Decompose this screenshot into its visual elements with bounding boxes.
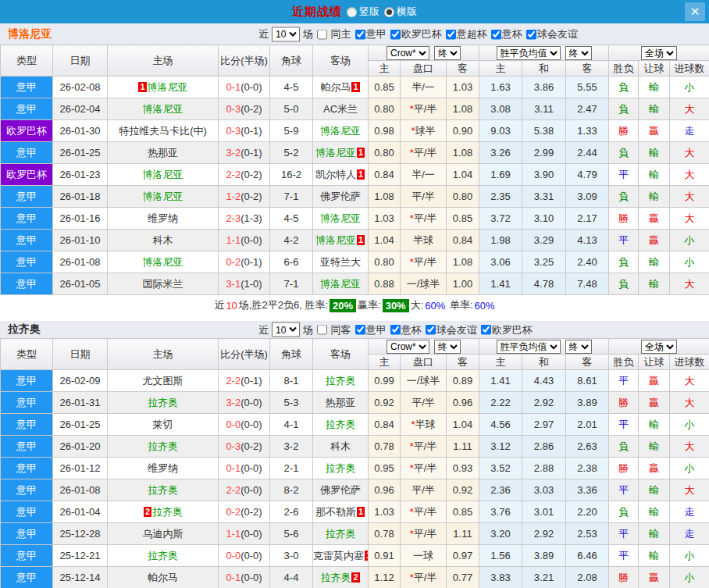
date-cell: 26-01-31 bbox=[53, 392, 108, 414]
team-name-text: 拉齐奥 bbox=[326, 462, 356, 474]
same-venue-label: 同客 bbox=[328, 323, 351, 337]
horizontal-layout-label[interactable]: 横版 bbox=[397, 5, 417, 19]
vertical-layout-radio[interactable] bbox=[347, 7, 357, 17]
competition-checkbox[interactable] bbox=[390, 325, 401, 335]
goals-cell: 大 bbox=[670, 273, 709, 295]
competition-option[interactable]: 意杯 bbox=[487, 27, 522, 41]
team-name-text: AC米兰 bbox=[323, 103, 358, 115]
avg-select[interactable]: 胜平负均值 bbox=[497, 340, 561, 354]
team-name-text: 科木 bbox=[153, 234, 173, 246]
competition-checkbox[interactable] bbox=[526, 29, 536, 39]
competition-checkbox[interactable] bbox=[491, 29, 501, 39]
result-cell: 負 bbox=[609, 251, 639, 273]
competition-option[interactable]: 欧罗巴杯 bbox=[387, 27, 442, 41]
avg-home-cell: 3.12 bbox=[479, 436, 522, 458]
same-venue-checkbox[interactable] bbox=[317, 325, 327, 335]
home-team-cell: 拉齐奥 bbox=[108, 392, 219, 414]
league-cell: 意甲 bbox=[1, 186, 53, 208]
corner-cell: 4-1 bbox=[270, 414, 313, 436]
team-name-text: 博洛尼亚 bbox=[143, 191, 183, 202]
odds-away-cell: 0.77 bbox=[447, 567, 479, 588]
avg-away-cell: 2.40 bbox=[566, 251, 609, 273]
match-count-select[interactable]: 10 bbox=[272, 27, 300, 41]
odds-final-select[interactable]: 终 bbox=[434, 340, 461, 354]
same-venue-option[interactable]: 同客 bbox=[313, 323, 351, 337]
fulltime-score: 0-1 bbox=[226, 572, 240, 583]
team-name-text: 维罗纳 bbox=[148, 212, 178, 224]
competition-option[interactable]: 球会友谊 bbox=[522, 27, 578, 41]
handicap-text: 平/半 bbox=[414, 256, 437, 268]
close-button[interactable]: ✕ bbox=[685, 2, 705, 21]
odds-away-cell: 0.80 bbox=[447, 186, 479, 208]
goals-cell: 大 bbox=[670, 479, 709, 501]
league-cell: 意甲 bbox=[1, 77, 53, 98]
home-team-cell: 拉齐奥 bbox=[108, 436, 219, 458]
league-cell: 欧罗巴杯 bbox=[1, 120, 53, 142]
away-team-cell: 佛罗伦萨 bbox=[313, 186, 369, 208]
competition-checkbox[interactable] bbox=[446, 29, 456, 39]
home-team-cell: 国际米兰 bbox=[108, 273, 219, 295]
home-header: 主场 bbox=[108, 45, 219, 77]
competition-checkbox[interactable] bbox=[355, 29, 365, 39]
handicap-cell: *平/半 bbox=[401, 142, 447, 164]
league-cell: 意甲 bbox=[1, 523, 53, 545]
avg-final-select[interactable]: 终 bbox=[565, 340, 592, 354]
competition-label: 意甲 bbox=[366, 323, 387, 337]
avg-draw-cell: 3.11 bbox=[522, 98, 566, 120]
avg-home-cell: 9.03 bbox=[479, 120, 522, 142]
horizontal-layout-radio[interactable] bbox=[384, 7, 394, 17]
odds-source-select[interactable]: Crow* bbox=[387, 46, 429, 60]
odds-away-cell: 1.00 bbox=[447, 273, 479, 295]
home-team-cell: 维罗纳 bbox=[108, 458, 219, 479]
competition-label: 球会友谊 bbox=[537, 27, 578, 41]
competition-checkbox[interactable] bbox=[426, 325, 436, 335]
competition-checkbox[interactable] bbox=[481, 325, 491, 335]
away-team-cell: 拉齐奥 bbox=[313, 414, 369, 436]
odds-source-select[interactable]: Crow* bbox=[387, 340, 429, 354]
avg-draw-cell: 3.90 bbox=[522, 164, 566, 186]
competition-option[interactable]: 意超杯 bbox=[442, 27, 487, 41]
avg-select[interactable]: 胜平负均值 bbox=[497, 46, 561, 60]
vertical-layout-label[interactable]: 竖版 bbox=[359, 5, 379, 19]
home-team-cell: 1博洛尼亚 bbox=[108, 77, 219, 98]
odds-final-select[interactable]: 终 bbox=[434, 46, 461, 60]
avg-draw-cell: 4.43 bbox=[522, 370, 566, 392]
handicap-result-cell: 輸 bbox=[639, 142, 670, 164]
odds-away-cell: 1.11 bbox=[447, 523, 479, 545]
competition-option[interactable]: 球会友谊 bbox=[422, 323, 477, 337]
halftime-score: (0-2) bbox=[240, 191, 262, 202]
odds-home-cell: 0.80 bbox=[369, 251, 401, 273]
same-venue-checkbox[interactable] bbox=[317, 29, 327, 39]
competition-option[interactable]: 欧罗巴杯 bbox=[477, 323, 533, 337]
corner-cell: 7-1 bbox=[270, 186, 313, 208]
type-header: 类型 bbox=[1, 45, 53, 77]
halftime-score: (0-1) bbox=[240, 125, 262, 137]
corner-cell: 16-2 bbox=[270, 164, 313, 186]
competition-checkbox[interactable] bbox=[355, 325, 365, 335]
same-venue-option[interactable]: 同主 bbox=[313, 27, 351, 41]
goals-cell: 大 bbox=[670, 392, 709, 414]
fulltime-select[interactable]: 全场 bbox=[641, 340, 677, 354]
competition-checkbox[interactable] bbox=[390, 29, 401, 39]
league-cell: 意甲 bbox=[1, 479, 53, 501]
team-name-text: 拉齐奥 bbox=[326, 528, 356, 540]
avg-draw-cell: 3.03 bbox=[522, 479, 566, 501]
away-team-cell: 热那亚 bbox=[313, 392, 369, 414]
away-header: 客场 bbox=[313, 45, 369, 77]
halftime-score: (0-0) bbox=[240, 462, 262, 474]
competition-option[interactable]: 意甲 bbox=[351, 27, 387, 41]
table-row: 意甲26-01-20拉齐奥0-3(0-2)3-2科木0.78*平/半1.113.… bbox=[1, 436, 709, 458]
odds-group-header: Crow*终 bbox=[369, 339, 479, 355]
goals-header: 进球数 bbox=[670, 355, 709, 370]
handicap-cell: *平/半 bbox=[401, 208, 447, 230]
table-row: 意甲26-01-12维罗纳0-1(0-0)2-1拉齐奥0.95*平/半0.933… bbox=[1, 458, 709, 479]
competition-option[interactable]: 意杯 bbox=[387, 323, 422, 337]
goals-cell: 走 bbox=[670, 120, 709, 142]
competition-option[interactable]: 意甲 bbox=[351, 323, 387, 337]
avg-final-select[interactable]: 终 bbox=[565, 46, 592, 60]
match-count-select[interactable]: 10 bbox=[272, 323, 300, 337]
away-team-cell: 博洛尼亚1 bbox=[313, 142, 369, 164]
fulltime-select[interactable]: 全场 bbox=[641, 46, 677, 60]
red-card-badge: 2 bbox=[351, 572, 359, 583]
date-cell: 26-01-16 bbox=[53, 208, 108, 230]
